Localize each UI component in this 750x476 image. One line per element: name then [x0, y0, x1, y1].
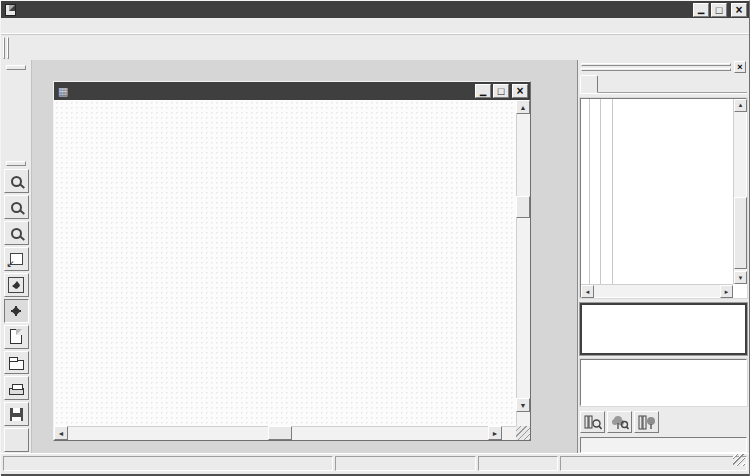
tree-vertical-scrollbar[interactable]	[733, 99, 746, 285]
selected-item-name-field[interactable]	[580, 437, 747, 453]
tree-guide-line	[600, 99, 601, 285]
tree-scroll-down-button[interactable]	[734, 271, 747, 284]
tree-horizontal-scrollbar[interactable]	[581, 284, 733, 297]
zoom-out-icon	[11, 228, 22, 239]
expand-arrows-icon	[8, 277, 24, 293]
fit-window-icon	[10, 253, 23, 265]
doc-maximize-button[interactable]	[493, 84, 509, 98]
zoom-in-button[interactable]	[4, 195, 29, 219]
floor-plan-window: ▦	[53, 81, 531, 441]
panel-tabs	[580, 74, 747, 94]
status-cell-2	[335, 456, 476, 471]
panel-close-button[interactable]: ×	[734, 61, 746, 73]
title-bar[interactable]	[1, 1, 749, 18]
floor-plan-title-bar[interactable]: ▦	[54, 82, 530, 100]
item-render-preview[interactable]	[580, 359, 747, 406]
horizontal-scrollbar[interactable]	[54, 426, 516, 440]
library-search-button[interactable]	[580, 411, 605, 433]
scroll-left-button[interactable]	[54, 426, 68, 440]
rock-thumbnail	[641, 316, 687, 342]
library-plant-icon	[638, 415, 656, 430]
tab-library-browser[interactable]	[580, 75, 598, 93]
horizontal-scroll-thumb[interactable]	[268, 426, 292, 440]
status-bar	[1, 453, 749, 474]
app-icon	[5, 4, 16, 16]
new-document-icon	[10, 329, 22, 344]
plant-search-button[interactable]	[607, 411, 632, 433]
save-button[interactable]	[4, 402, 29, 426]
floor-indicator	[478, 456, 558, 471]
library-tree	[580, 98, 747, 299]
vertical-scrollbar[interactable]	[516, 100, 530, 426]
scroll-right-button[interactable]	[488, 426, 502, 440]
menu-bar	[1, 18, 749, 34]
main-toolbar	[1, 34, 749, 60]
library-tree-rows	[581, 99, 733, 285]
floor-plan-icon: ▦	[58, 86, 68, 97]
side-toolbar-grip-2[interactable]	[6, 161, 26, 166]
library-button-row	[580, 410, 747, 434]
minimize-button[interactable]	[693, 3, 709, 17]
fill-window-button[interactable]	[4, 273, 29, 297]
zoom-out-button[interactable]	[4, 221, 29, 245]
plant-search-icon	[611, 415, 629, 430]
help-button[interactable]	[4, 428, 29, 452]
status-cell-4	[560, 456, 747, 471]
window-resize-grip[interactable]	[733, 454, 745, 466]
open-folder-icon	[9, 360, 24, 370]
drawing-canvas[interactable]	[54, 100, 516, 426]
zoom-in-icon	[11, 202, 22, 213]
zoom-fit-button[interactable]	[4, 247, 29, 271]
printer-icon	[9, 388, 24, 395]
library-plant-button[interactable]	[634, 411, 659, 433]
doc-minimize-button[interactable]	[475, 84, 491, 98]
open-plan-button[interactable]	[4, 351, 29, 375]
scroll-up-button[interactable]	[516, 100, 530, 114]
tree-scroll-left-button[interactable]	[581, 285, 594, 298]
mdi-workspace: ▦	[32, 60, 577, 453]
toolbar-grip[interactable]	[3, 37, 9, 59]
library-search-icon	[584, 415, 602, 430]
scroll-down-button[interactable]	[516, 398, 530, 412]
close-button[interactable]	[731, 3, 747, 17]
application-window: ▦	[0, 0, 750, 476]
tree-scroll-up-button[interactable]	[734, 99, 747, 112]
maximize-button[interactable]	[711, 3, 727, 17]
tree-scroll-right-button[interactable]	[720, 285, 733, 298]
pan-arrows-icon	[8, 303, 24, 319]
tab-row-filler	[598, 92, 747, 93]
tree-guide-line	[589, 99, 590, 285]
new-plan-button[interactable]	[4, 325, 29, 349]
resize-grip[interactable]	[516, 426, 530, 440]
side-toolbar-grip[interactable]	[6, 65, 26, 70]
pan-button[interactable]	[4, 299, 29, 323]
rock-render	[634, 364, 694, 402]
tree-scroll-thumb[interactable]	[734, 197, 747, 269]
library-panel: ×	[577, 60, 749, 453]
doc-close-button[interactable]	[512, 84, 528, 98]
side-toolbar	[1, 60, 32, 453]
floppy-disk-icon	[10, 408, 23, 421]
zoom-tool-button[interactable]	[4, 169, 29, 193]
status-message-cell	[3, 456, 333, 471]
floor-plan-drawing	[54, 100, 516, 426]
tree-guide-line	[612, 99, 613, 285]
panel-grip[interactable]	[581, 63, 731, 71]
vertical-scroll-thumb[interactable]	[516, 196, 530, 218]
selected-item-preview[interactable]	[580, 303, 747, 354]
magnifier-icon	[11, 176, 22, 187]
print-button[interactable]	[4, 376, 29, 400]
